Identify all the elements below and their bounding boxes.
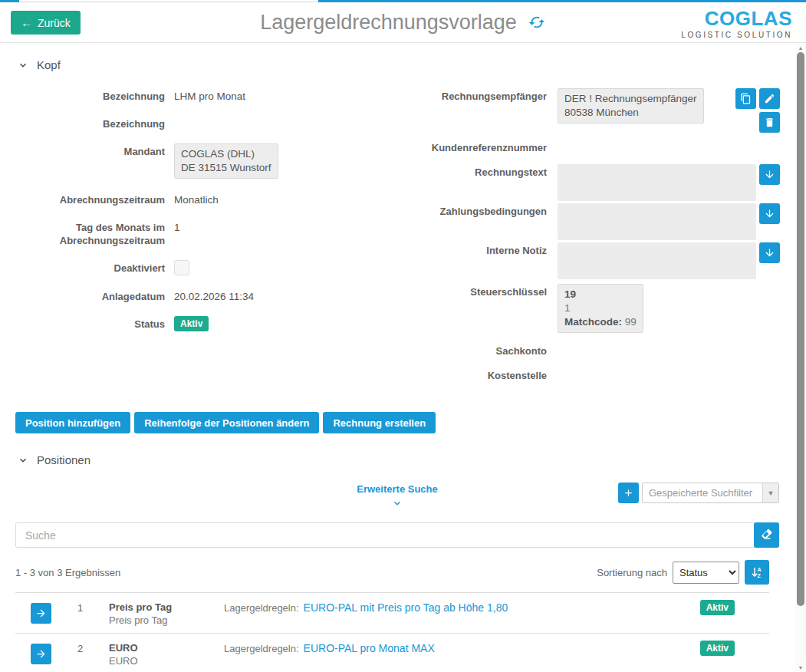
position-title: Preis pro Tag xyxy=(109,601,224,614)
dropdown-arrow-icon[interactable]: ▼ xyxy=(762,483,778,502)
rule-link[interactable]: EURO-PAL pro Monat MAX xyxy=(304,642,435,654)
status-label: Status xyxy=(15,316,165,331)
steuerschluessel-label: Steuerschlüssel xyxy=(406,284,547,298)
deaktiviert-checkbox[interactable] xyxy=(174,260,189,275)
arrow-down-icon xyxy=(764,247,775,259)
kopf-left-column: Bezeichnung LHM pro Monat Bezeichnung Ma… xyxy=(15,88,406,392)
scrollbar-down-arrow-icon[interactable]: ▼ xyxy=(795,665,806,670)
status-badge: Aktiv xyxy=(700,641,735,656)
rechnungsempfaenger-line1: DER ! Rechnungsempfänger xyxy=(564,92,697,106)
edit-button[interactable] xyxy=(759,88,780,109)
coglas-logo: COGLAS LOGISTIC SOLUTION xyxy=(681,8,792,39)
zahlungsbedingungen-expand-button[interactable] xyxy=(759,203,780,224)
kopf-section-header: Kopf xyxy=(0,43,795,77)
kostenstelle-label: Kostenstelle xyxy=(406,367,547,382)
arrow-right-icon xyxy=(35,608,47,619)
rechnungstext-label: Rechnungstext xyxy=(406,164,547,179)
saved-filters-placeholder: Gespeicherte Suchfilter xyxy=(643,487,762,499)
field-steuerschluessel: Steuerschlüssel 19 1 Matchcode: 99 xyxy=(406,284,780,333)
chevron-down-icon[interactable] xyxy=(17,59,29,71)
create-invoice-button[interactable]: Rechnung erstellen xyxy=(323,412,436,433)
sachkonto-label: Sachkonto xyxy=(406,343,547,357)
matchcode-value: 99 xyxy=(625,316,637,328)
brand-name: COGLAS xyxy=(681,8,792,28)
eraser-icon xyxy=(760,529,773,542)
interne-notiz-expand-button[interactable] xyxy=(759,242,780,263)
rules-label: Lagergeldregeln: xyxy=(224,643,299,654)
field-rechnungsempfaenger: Rechnungsempfänger DER ! Rechnungsempfän… xyxy=(406,88,780,133)
vertical-scrollbar[interactable]: ▲ ▼ xyxy=(795,44,806,672)
rule-link[interactable]: EURO-PAL mit Preis pro Tag ab Höhe 1,80 xyxy=(304,601,508,614)
anlagedatum-value: 20.02.2026 11:34 xyxy=(174,288,254,303)
scrollbar-thumb[interactable] xyxy=(797,52,804,606)
bezeichnung-value: LHM pro Monat xyxy=(174,88,245,103)
field-mandant: Mandant COGLAS (DHL) DE 31515 Wunstorf xyxy=(15,143,406,179)
position-subtitle: EURO xyxy=(109,654,224,667)
field-deaktiviert: Deaktiviert xyxy=(15,260,406,275)
field-anlagedatum: Anlagedatum 20.02.2026 11:34 xyxy=(15,288,406,303)
advanced-search-chevron-icon[interactable] xyxy=(391,497,403,509)
mandant-line2: DE 31515 Wunstorf xyxy=(181,161,271,175)
interne-notiz-textarea[interactable] xyxy=(558,242,756,279)
rechnungstext-textarea[interactable] xyxy=(558,164,756,201)
position-title: EURO xyxy=(109,641,224,654)
position-number: 2 xyxy=(51,640,109,654)
mandant-line1: COGLAS (DHL) xyxy=(181,147,271,161)
clear-search-button[interactable] xyxy=(754,522,779,548)
field-status: Status Aktiv xyxy=(15,316,406,331)
zahlungsbedingungen-textarea[interactable] xyxy=(558,203,756,240)
add-position-button[interactable]: Position hinzufügen xyxy=(15,412,130,433)
sort-az-icon: AZ xyxy=(750,565,764,579)
anlagedatum-label: Anlagedatum xyxy=(15,288,165,303)
delete-button[interactable] xyxy=(759,112,780,133)
copy-icon xyxy=(740,93,752,104)
sort-direction-button[interactable]: AZ xyxy=(745,560,769,585)
back-button[interactable]: ← Zurück xyxy=(11,11,81,35)
arrow-right-icon xyxy=(35,648,47,660)
page-title: Lagergeldrechnungsvorlage xyxy=(260,11,517,35)
open-position-button[interactable] xyxy=(31,644,51,664)
field-sachkonto: Sachkonto xyxy=(406,343,780,357)
results-meta-row: 1 - 3 von 3 Ergebnissen Sortierung nach … xyxy=(15,560,769,585)
table-row[interactable]: 1 Preis pro Tag Preis pro Tag Lagergeldr… xyxy=(15,592,769,633)
refresh-icon[interactable] xyxy=(528,14,546,32)
table-row[interactable]: 2 EURO EURO Lagergeldregeln: EURO-PAL pr… xyxy=(15,633,769,672)
back-button-label: Zurück xyxy=(38,17,71,29)
open-position-button[interactable] xyxy=(31,603,51,624)
copy-button[interactable] xyxy=(735,88,756,109)
kopf-section-title: Kopf xyxy=(37,58,61,71)
scrollbar-up-arrow-icon[interactable]: ▲ xyxy=(795,45,806,51)
field-kostenstelle: Kostenstelle xyxy=(406,367,780,382)
interne-notiz-label: Interne Notiz xyxy=(406,242,547,257)
rechnungsempfaenger-label: Rechnungsempfänger xyxy=(406,88,547,103)
add-filter-button[interactable] xyxy=(618,483,639,503)
position-number: 1 xyxy=(51,599,109,614)
rechnungsempfaenger-value-box: DER ! Rechnungsempfänger 80538 München xyxy=(558,88,704,124)
saved-filters-dropdown[interactable]: Gespeicherte Suchfilter ▼ xyxy=(642,483,779,503)
steuerschluessel-line1: 19 xyxy=(564,288,637,301)
results-count: 1 - 3 von 3 Ergebnissen xyxy=(15,567,120,578)
rechnungstext-expand-button[interactable] xyxy=(759,164,780,185)
mandant-label: Mandant xyxy=(15,143,165,158)
advanced-search-link[interactable]: Erweiterte Suche xyxy=(357,483,438,495)
page-header: ← Zurück Lagergeldrechnungsvorlage COGLA… xyxy=(0,2,806,43)
action-buttons-row: Position hinzufügen Reihenfolge der Posi… xyxy=(0,392,795,433)
reorder-positions-button[interactable]: Reihenfolge der Positionen ändern xyxy=(134,412,319,433)
field-bezeichnung2: Bezeichnung xyxy=(15,116,406,130)
position-subtitle: Preis pro Tag xyxy=(109,614,224,627)
search-input[interactable] xyxy=(15,522,779,548)
deaktiviert-label: Deaktiviert xyxy=(15,260,165,275)
field-zahlungsbedingungen: Zahlungsbedingungen xyxy=(406,203,780,240)
svg-text:Z: Z xyxy=(757,573,761,579)
chevron-down-icon[interactable] xyxy=(17,454,29,466)
field-interne-notiz: Interne Notiz xyxy=(406,242,780,279)
field-tag-des-monats: Tag des Monats im Abrechnungszeitraum 1 xyxy=(15,219,406,247)
status-badge: Aktiv xyxy=(174,316,209,331)
kundenreferenznummer-label: Kundenreferenznummer xyxy=(406,140,547,154)
sort-select[interactable]: Status xyxy=(673,562,739,584)
back-arrow-icon: ← xyxy=(21,16,32,29)
positionen-section-header: Positionen xyxy=(0,433,795,473)
arrow-down-icon xyxy=(764,208,775,219)
abrechnungszeitraum-value: Monatlich xyxy=(174,192,219,206)
status-badge: Aktiv xyxy=(700,600,735,615)
